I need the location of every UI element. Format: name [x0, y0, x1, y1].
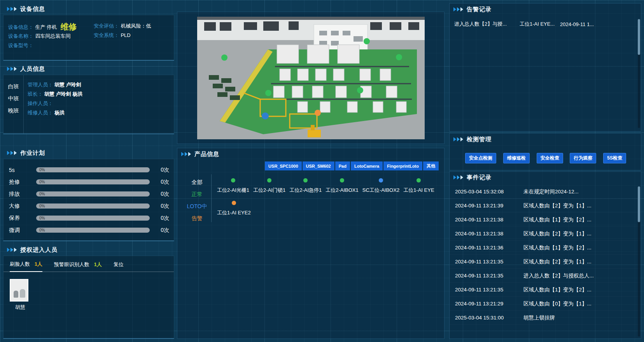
- device-item[interactable]: 工位2-AI门锁1: [253, 178, 285, 194]
- event-time: 2024-09-11 13:21:38: [455, 231, 523, 237]
- person-card[interactable]: 胡慧: [10, 279, 31, 311]
- device-name: SC工位-AIBOX2: [362, 187, 399, 193]
- alarm-message: 进入总人数【2】与授...: [454, 21, 520, 28]
- product-status-tab[interactable]: LOTO中: [187, 203, 207, 210]
- event-time: 2024-09-11 13:21:29: [455, 301, 523, 307]
- personnel-row: 操作人员：: [28, 98, 174, 108]
- device-name: 工位2-AI门锁1: [253, 187, 285, 193]
- status-dot: [379, 178, 383, 182]
- product-filter-button[interactable]: USR_SM602: [303, 161, 334, 170]
- work-plan-row: 排故0%0次: [4, 188, 174, 200]
- personnel-row: 班长：胡慧 卢玲剑 杨洪: [28, 89, 174, 98]
- status-dot: [416, 178, 421, 182]
- status-dot: [232, 201, 236, 205]
- event-list: 2025-03-04 15:32:08未在规定时间2024-12...2024-…: [450, 183, 641, 325]
- device-name: 工位2-AI急停1: [289, 187, 322, 193]
- device-item[interactable]: 工位1-AI EYE2: [217, 201, 251, 216]
- progress-percent: 0%: [39, 204, 45, 209]
- work-plan-count: 0次: [155, 215, 169, 222]
- work-plan-count: 0次: [155, 203, 169, 210]
- shift-tabs: 白班中班晚班: [4, 75, 24, 133]
- personnel-role-label: 维修人员：: [28, 110, 53, 116]
- personnel-role-label: 班长：: [28, 91, 43, 97]
- event-description: 进入总人数【2】与授权总人...: [523, 272, 635, 279]
- device-status-options: 生产 停机: [35, 24, 57, 30]
- progress-percent: 0%: [39, 216, 45, 221]
- scrollbar[interactable]: [638, 19, 640, 128]
- shift-tab[interactable]: 晚班: [4, 105, 23, 117]
- panel-title: 告警记录: [467, 6, 492, 13]
- inspection-button[interactable]: 安全点检测: [465, 153, 496, 163]
- progress-percent: 0%: [39, 180, 45, 184]
- status-dot: [340, 178, 344, 182]
- event-row: 2024-09-11 13:21:38区域人数由【1】变为【2】...: [450, 213, 641, 227]
- product-filter-button[interactable]: LotoCamera: [351, 161, 383, 170]
- product-filter-button[interactable]: 其他: [423, 161, 439, 170]
- event-time: 2024-09-11 13:21:35: [455, 259, 523, 265]
- product-filter-buttons: USR_SPC1000USR_SM602PadLotoCameraFingerp…: [177, 160, 444, 170]
- product-status-tab[interactable]: 告警: [192, 215, 203, 222]
- work-plan-count: 0次: [155, 167, 169, 174]
- personnel-header: 人员信息: [3, 63, 174, 75]
- work-plan-row: 大修0%0次: [4, 200, 174, 212]
- shift-tab[interactable]: 中班: [4, 93, 23, 105]
- person-name: 胡慧: [10, 304, 31, 311]
- product-body: 全部正常LOTO中告警 工位2-AI光栅1工位2-AI门锁1工位2-AI急停1工…: [177, 174, 444, 222]
- device-item[interactable]: SC工位-AIBOX2: [362, 178, 399, 194]
- authorized-entry-panel: 授权进入人员 刷脸人数 1人 预警眼识别人数 1人 复位 胡慧: [3, 244, 174, 339]
- event-row: 2025-03-04 15:32:08未在规定时间2024-12...: [450, 185, 641, 199]
- work-plan-count: 0次: [155, 227, 169, 234]
- personnel-row: 维修人员：杨洪: [28, 108, 174, 117]
- panel-title: 作业计划: [20, 149, 45, 157]
- personnel-box: 白班中班晚班 管理人员：胡慧 卢玲剑班长：胡慧 卢玲剑 杨洪操作人员：维修人员：…: [3, 75, 174, 134]
- event-description: 未在规定时间2024-12...: [523, 188, 635, 195]
- event-row: 2024-09-11 13:21:35区域人数由【1】变为【2】...: [450, 283, 641, 297]
- safety-eval-label: 安全评估：: [94, 23, 119, 29]
- event-row: 2024-09-11 13:21:39区域人数由【2】变为【1】...: [450, 199, 641, 213]
- warning-count-value: 1人: [94, 261, 102, 267]
- event-row: 2024-09-11 13:21:36区域人数由【1】变为【2】...: [450, 241, 641, 255]
- status-dot: [303, 178, 308, 182]
- section-marker-icon: [7, 151, 17, 155]
- product-filter-button[interactable]: Pad: [335, 161, 350, 170]
- device-item[interactable]: 工位2-AIBOX1: [326, 178, 359, 194]
- work-plan-label: 抢修: [9, 179, 36, 186]
- product-filter-button[interactable]: USR_SPC1000: [265, 161, 301, 170]
- product-filter-button[interactable]: FingerprintLoto: [383, 161, 422, 170]
- personnel-role-label: 操作人员：: [28, 100, 53, 106]
- product-status-tab[interactable]: 全部: [192, 179, 203, 186]
- inspection-panel: 检测管理 安全点检测维修巡检安全检查行为观察5S检查: [449, 133, 641, 170]
- panel-title: 人员信息: [20, 65, 45, 73]
- device-item[interactable]: 工位1-AI EYE: [403, 178, 434, 194]
- device-name: 工位2-AIBOX1: [326, 187, 359, 193]
- progress-percent: 0%: [39, 192, 45, 196]
- inspection-button[interactable]: 行为观察: [570, 153, 596, 163]
- inspection-button[interactable]: 安全检查: [537, 153, 563, 163]
- device-item[interactable]: 工位2-AI急停1: [289, 178, 322, 194]
- progress-bar: 0%: [36, 191, 150, 196]
- work-plan-count: 0次: [155, 179, 169, 186]
- work-plan-panel: 作业计划 5s0%0次抢修0%0次排故0%0次大修0%0次保养0%0次微调0%0…: [3, 147, 174, 241]
- panel-title: 产品信息: [194, 151, 219, 158]
- warning-count-tab[interactable]: 预警眼识别人数 1人: [54, 261, 102, 272]
- event-time: 2025-03-04 15:31:00: [455, 315, 523, 321]
- factory-3d-view: [197, 17, 425, 139]
- product-status-tab[interactable]: 正常: [192, 191, 203, 198]
- work-plan-label: 保养: [9, 215, 36, 222]
- event-description: 区域人数由【1】变为【2】...: [523, 244, 635, 251]
- face-count-tab[interactable]: 刷脸人数 1人: [10, 261, 42, 272]
- section-marker-icon: [453, 137, 463, 142]
- warning-count-label: 预警眼识别人数: [54, 261, 89, 267]
- shift-tab[interactable]: 白班: [4, 81, 23, 93]
- event-row: 2024-09-11 13:21:29区域人数由【0】变为【1】...: [450, 297, 641, 311]
- alarm-row: 进入总人数【2】与授...工位1-AI EYE...2024-09-11 1..…: [450, 15, 641, 33]
- panel-title: 检测管理: [467, 136, 492, 143]
- scrollbar[interactable]: [638, 186, 640, 337]
- product-info-panel: 产品信息 USR_SPC1000USR_SM602PadLotoCameraFi…: [177, 148, 444, 339]
- inspection-button[interactable]: 维修巡检: [503, 153, 530, 163]
- device-item[interactable]: 工位2-AI光栅1: [217, 178, 249, 194]
- device-name: 工位2-AI光栅1: [217, 187, 249, 193]
- reset-button[interactable]: 复位: [114, 261, 124, 272]
- alarm-records-panel: 告警记录 进入总人数【2】与授...工位1-AI EYE...2024-09-1…: [449, 3, 641, 132]
- inspection-button[interactable]: 5S检查: [603, 153, 626, 163]
